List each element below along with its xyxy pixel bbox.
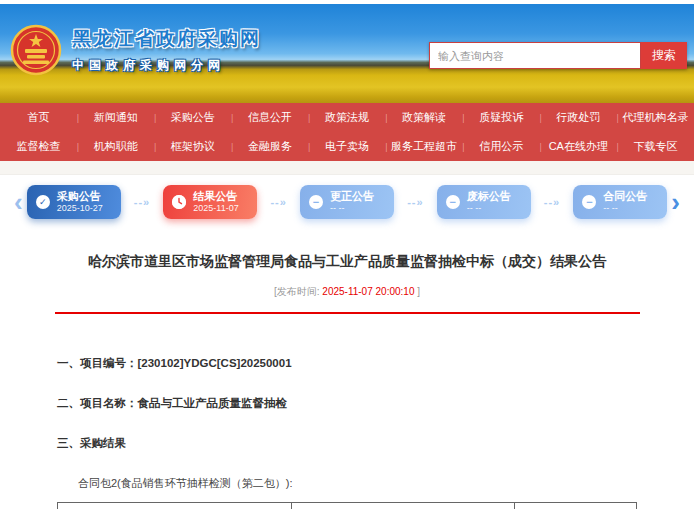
chevron-left-icon[interactable]: ‹ xyxy=(10,189,27,215)
timeline-strip xyxy=(0,161,694,175)
nav-item-service-mart[interactable]: 服务工程超市 xyxy=(386,139,463,154)
contract-package-line: 合同包2(食品销售环节抽样检测（第二包）): xyxy=(78,476,694,491)
announcement-article: 哈尔滨市道里区市场监督管理局食品与工业产品质量监督抽检中标（成交）结果公告 [发… xyxy=(0,251,694,509)
timeline-step-correction-notice[interactable]: − 更正公告 -- -- xyxy=(300,185,394,219)
arrow-icon: --» xyxy=(531,196,574,208)
nav-item-supervision[interactable]: 监督检查 xyxy=(0,139,77,154)
site-header: 黑龙江省政府采购网 中国政府采购网分网 搜索 xyxy=(0,4,694,103)
table-header-row: 供应商名称 供应商地址 中标（成交）金额 xyxy=(58,503,637,509)
main-nav: 首页 新闻通知 采购公告 信息公开 政策法规 政策解读 质疑投诉 行政处罚 代理… xyxy=(0,103,694,161)
step-label: 合同公告 xyxy=(603,190,647,204)
publish-time-line: [发布时间: 2025-11-07 20:00:10 ] xyxy=(0,285,694,299)
nav-item-functions[interactable]: 机构职能 xyxy=(77,139,154,154)
timeline-step-procurement-notice[interactable]: ✓ 采购公告 2025-10-27 xyxy=(27,185,121,219)
site-title: 黑龙江省政府采购网 xyxy=(72,26,261,52)
chevron-right-icon[interactable]: › xyxy=(667,189,684,215)
minus-circle-icon: − xyxy=(582,195,596,209)
arrow-icon: --» xyxy=(257,196,300,208)
search-bar: 搜索 xyxy=(429,42,687,69)
site-subtitle: 中国政府采购网分网 xyxy=(72,57,261,74)
clock-icon xyxy=(172,195,186,209)
nav-item-complaints[interactable]: 质疑投诉 xyxy=(463,110,540,125)
step-date: -- -- xyxy=(467,203,511,214)
brand-block: 黑龙江省政府采购网 中国政府采购网分网 xyxy=(72,26,261,74)
timeline-step-result-notice[interactable]: 结果公告 2025-11-07 xyxy=(163,185,257,219)
step-date: -- -- xyxy=(603,203,647,214)
page: 黑龙江省政府采购网 中国政府采购网分网 搜索 首页 新闻通知 采购公告 信息公开… xyxy=(0,0,694,509)
red-divider xyxy=(55,312,640,314)
nav-item-policy-interpretation[interactable]: 政策解读 xyxy=(386,110,463,125)
publish-suffix: ] xyxy=(417,286,420,297)
nav-item-procurement-notice[interactable]: 采购公告 xyxy=(154,110,231,125)
announcement-timeline: ‹ ✓ 采购公告 2025-10-27 --» 结果公告 2025-11-07 … xyxy=(0,175,694,235)
nav-item-credit[interactable]: 信用公示 xyxy=(463,139,540,154)
col-supplier-address: 供应商地址 xyxy=(292,503,515,509)
step-label: 结果公告 xyxy=(193,190,238,204)
project-number-line: 一、项目编号：[230102]YDGC[CS]20250001 xyxy=(57,356,694,371)
col-supplier-name: 供应商名称 xyxy=(58,503,292,509)
timeline-step-contract-notice[interactable]: − 合同公告 -- -- xyxy=(573,185,667,219)
step-label: 废标公告 xyxy=(467,190,511,204)
step-label: 采购公告 xyxy=(57,190,103,204)
nav-item-home[interactable]: 首页 xyxy=(0,110,77,125)
project-name-line: 二、项目名称：食品与工业产品质量监督抽检 xyxy=(57,396,694,411)
timeline-step-cancellation-notice[interactable]: − 废标公告 -- -- xyxy=(437,185,531,219)
step-date: 2025-10-27 xyxy=(57,203,103,214)
minus-circle-icon: − xyxy=(446,195,460,209)
step-date: 2025-11-07 xyxy=(193,203,238,214)
nav-item-agency-directory[interactable]: 代理机构名录 xyxy=(617,110,694,125)
publish-time: 2025-11-07 20:00:10 xyxy=(322,286,414,297)
nav-item-e-mall[interactable]: 电子卖场 xyxy=(308,139,385,154)
check-circle-icon: ✓ xyxy=(36,195,50,209)
nav-item-news[interactable]: 新闻通知 xyxy=(77,110,154,125)
national-emblem-logo xyxy=(10,22,62,82)
step-date: -- -- xyxy=(330,203,374,214)
nav-item-ca-online[interactable]: CA在线办理 xyxy=(540,139,617,154)
article-sections: 一、项目编号：[230102]YDGC[CS]20250001 二、项目名称：食… xyxy=(57,356,694,451)
nav-item-finance[interactable]: 金融服务 xyxy=(231,139,308,154)
minus-circle-icon: − xyxy=(309,195,323,209)
arrow-icon: --» xyxy=(121,196,164,208)
page-title: 哈尔滨市道里区市场监督管理局食品与工业产品质量监督抽检中标（成交）结果公告 xyxy=(30,251,664,272)
arrow-icon: --» xyxy=(394,196,437,208)
procurement-result-line: 三、采购结果 xyxy=(57,436,694,451)
nav-row-2: 监督检查 机构职能 框架协议 金融服务 电子卖场 服务工程超市 信用公示 CA在… xyxy=(0,132,694,161)
nav-row-1: 首页 新闻通知 采购公告 信息公开 政策法规 政策解读 质疑投诉 行政处罚 代理… xyxy=(0,103,694,132)
publish-label: [发布时间: xyxy=(274,286,320,297)
search-input[interactable] xyxy=(429,42,641,69)
nav-item-framework[interactable]: 框架协议 xyxy=(154,139,231,154)
search-button[interactable]: 搜索 xyxy=(641,42,687,69)
result-table: 供应商名称 供应商地址 中标（成交）金额 黑龙江省绿色食品科学研究院 哈尔滨市松… xyxy=(57,502,637,509)
nav-item-admin-penalty[interactable]: 行政处罚 xyxy=(540,110,617,125)
nav-item-policy-regulation[interactable]: 政策法规 xyxy=(308,110,385,125)
step-label: 更正公告 xyxy=(330,190,374,204)
col-award-amount: 中标（成交）金额 xyxy=(515,503,637,509)
nav-item-downloads[interactable]: 下载专区 xyxy=(617,139,694,154)
nav-item-info-disclosure[interactable]: 信息公开 xyxy=(231,110,308,125)
